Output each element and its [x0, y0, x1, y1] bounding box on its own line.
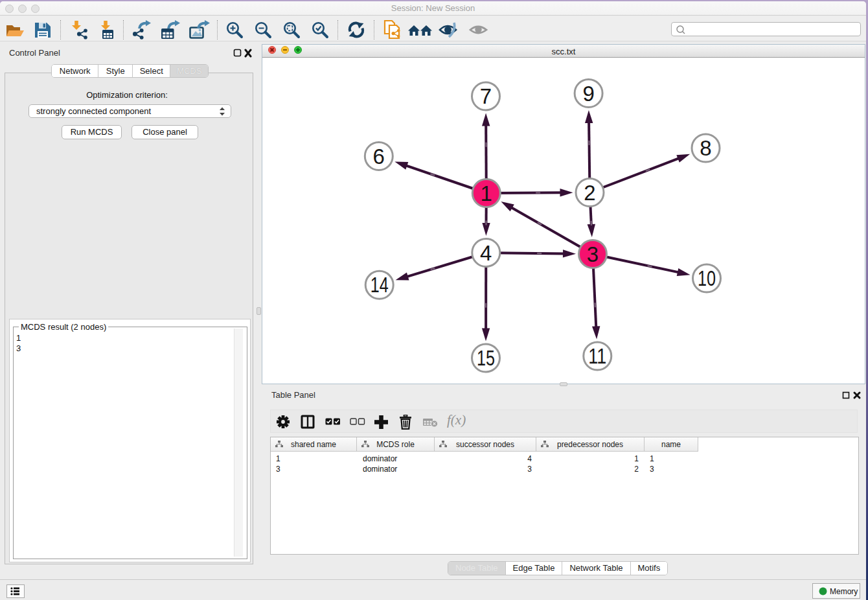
- svg-text:15: 15: [477, 346, 495, 370]
- svg-text:14: 14: [371, 273, 389, 297]
- svg-text:3: 3: [587, 242, 599, 266]
- svg-text:6: 6: [373, 144, 385, 168]
- svg-text:2: 2: [584, 180, 595, 204]
- svg-text:4: 4: [480, 240, 492, 264]
- svg-text:10: 10: [698, 266, 716, 290]
- svg-text:8: 8: [700, 136, 711, 160]
- svg-text:11: 11: [588, 344, 606, 368]
- svg-text:7: 7: [480, 84, 492, 108]
- svg-text:9: 9: [582, 81, 594, 105]
- svg-text:1: 1: [481, 181, 492, 205]
